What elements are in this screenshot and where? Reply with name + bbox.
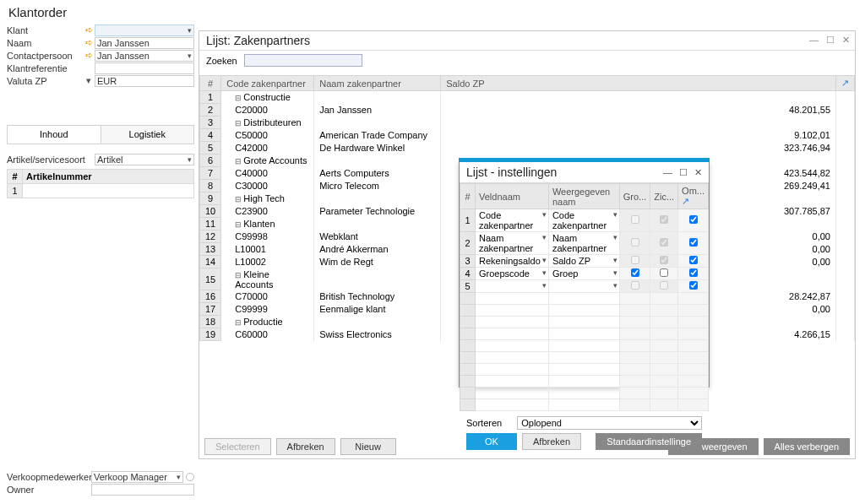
col-group[interactable]: Gro... [619,184,650,209]
select-button[interactable]: Selecteren [204,438,271,455]
cell-visible[interactable] [650,255,678,268]
checkbox[interactable] [689,238,698,247]
defaults-button[interactable]: Standaardinstellinge [596,433,702,450]
table-row[interactable]: 1⊟Constructie [200,91,855,104]
expand-icon[interactable]: ↗ [841,78,849,88]
cell-visible[interactable] [650,268,678,280]
link-arrow-icon[interactable]: ➪ [83,50,95,61]
chevron-down-icon[interactable]: ▾ [83,75,95,86]
table-row[interactable] [460,352,709,364]
table-row[interactable]: 2C20000Jan Janssen48.201,55 [200,104,855,117]
table-row[interactable]: 1 [8,184,194,198]
cell-disp[interactable]: Naam zakenpartner [548,232,619,255]
collapse-icon[interactable]: ⊟ [235,94,242,102]
table-row[interactable]: 1Code zakenpartnerCode zakenpartner [460,209,709,232]
table-row[interactable]: 2Naam zakenpartnerNaam zakenpartner [460,232,709,255]
cell-visible[interactable] [650,280,678,293]
sort-select[interactable]: Oplopend [517,416,702,430]
cell-disp[interactable] [548,280,619,293]
checkbox[interactable] [689,256,698,264]
cell-desc[interactable] [678,209,709,232]
cell-field[interactable]: Naam zakenpartner [476,232,549,255]
checkbox[interactable] [689,281,698,290]
collapse-icon[interactable]: ⊟ [235,318,242,327]
cell-desc[interactable] [678,280,709,293]
cancel-button[interactable]: Afbreken [522,433,581,450]
expand-icon[interactable]: ↗ [682,196,689,206]
collapse-icon[interactable]: ⊟ [235,119,242,127]
cell-desc[interactable] [678,232,709,255]
minimize-icon[interactable]: — [809,35,819,45]
cell-group[interactable] [619,209,650,232]
checkbox[interactable] [689,215,698,224]
ok-button[interactable]: OK [466,433,517,450]
klant-field[interactable] [95,24,194,36]
checkbox[interactable] [689,268,698,277]
maximize-icon[interactable]: ☐ [826,35,835,45]
table-row[interactable] [460,293,709,305]
col-code[interactable]: Code zakenpartner [221,76,314,91]
valuta-field[interactable]: EUR [95,75,194,87]
tab-inhoud[interactable]: Inhoud [8,126,101,144]
col-desc[interactable]: Om... ↗ [678,184,709,209]
table-row[interactable] [460,340,709,352]
hide-all-button[interactable]: Alles verbergen [764,438,850,455]
naam-field[interactable]: Jan Janssen [95,37,194,49]
table-row[interactable] [460,317,709,328]
cell-group[interactable] [619,268,650,280]
collapse-icon[interactable]: ⊟ [235,271,242,279]
sales-field[interactable]: Verkoop Manager [91,471,183,483]
col-num[interactable]: # [200,76,221,91]
cell-disp[interactable]: Groep [548,268,619,280]
cell-field[interactable]: Rekeningsaldo [476,255,549,268]
maximize-icon[interactable]: ☐ [679,167,688,177]
table-row[interactable] [460,387,709,399]
cell-desc[interactable] [678,268,709,280]
cell-group[interactable] [619,280,650,293]
table-row[interactable]: 4C50000American Trade Company9.102,01 [200,129,855,142]
contact-field[interactable]: Jan Janssen [95,50,194,62]
owner-field[interactable] [91,484,194,496]
collapse-icon[interactable]: ⊟ [235,195,242,203]
cell-visible[interactable] [650,209,678,232]
cell-group[interactable] [619,232,650,255]
search-input[interactable] [244,54,362,67]
table-row[interactable]: 3⊟Distributeuren [200,117,855,129]
cell-desc[interactable] [678,255,709,268]
col-saldo[interactable]: Saldo ZP [441,76,836,91]
table-row[interactable] [460,328,709,340]
tab-logistiek[interactable]: Logistiek [101,126,194,144]
col-field[interactable]: Veldnaam [476,184,549,209]
checkbox[interactable] [660,268,668,277]
cell-visible[interactable] [650,232,678,255]
cell-field[interactable] [476,280,549,293]
table-row[interactable] [460,376,709,387]
link-arrow-icon[interactable]: ➪ [83,24,95,35]
lookup-icon[interactable] [186,473,194,481]
table-row[interactable] [460,364,709,376]
cell-field[interactable]: Code zakenpartner [476,209,549,232]
col-num[interactable]: # [460,184,476,209]
table-row[interactable]: 5 [460,280,709,293]
cell-artikelnummer[interactable] [23,184,194,198]
col-expand[interactable]: ↗ [836,76,855,91]
minimize-icon[interactable]: — [663,167,672,177]
col-name[interactable]: Naam zakenpartner [314,76,441,91]
table-row[interactable] [460,399,709,411]
collapse-icon[interactable]: ⊟ [235,157,242,165]
artservice-field[interactable]: Artikel [95,154,194,165]
collapse-icon[interactable]: ⊟ [235,220,242,229]
cell-field[interactable]: Groepscode [476,268,549,280]
table-row[interactable]: 3RekeningsaldoSaldo ZP [460,255,709,268]
close-icon[interactable]: ✕ [694,167,702,177]
cell-disp[interactable]: Saldo ZP [548,255,619,268]
col-visible[interactable]: Zic... [650,184,678,209]
klantref-field[interactable] [95,62,194,74]
table-row[interactable]: 5C42000De Hardware Winkel323.746,94 [200,142,855,154]
close-icon[interactable]: ✕ [842,35,850,45]
new-button[interactable]: Nieuw [340,438,396,455]
table-row[interactable] [460,305,709,317]
checkbox[interactable] [631,268,639,277]
cell-disp[interactable]: Code zakenpartner [548,209,619,232]
col-disp[interactable]: Weergegeven naam [548,184,619,209]
